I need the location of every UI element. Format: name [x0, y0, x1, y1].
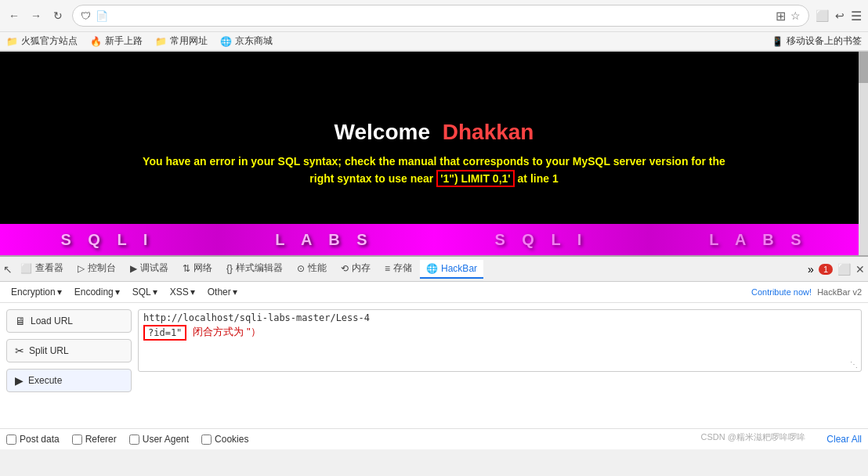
firefox-icon: 📁 — [6, 36, 18, 47]
user-agent-checkbox[interactable] — [129, 435, 139, 445]
mobile-icon: 📱 — [772, 36, 783, 47]
execute-icon: ▶ — [15, 374, 24, 387]
bookmark-mobile-label: 移动设备上的书签 — [787, 34, 862, 48]
performance-icon: ⊙ — [297, 263, 305, 274]
glitter-banner: S Q L I L A B S S Q L I L A B S — [0, 224, 868, 255]
tab-debugger-label: 调试器 — [140, 261, 168, 275]
qr-icon[interactable]: ⊞ — [776, 9, 786, 23]
resize-handle[interactable]: ⋱ — [850, 360, 859, 370]
tab-performance-label: 性能 — [308, 261, 327, 275]
referer-checkbox[interactable] — [72, 435, 82, 445]
contribute-link[interactable]: Contribute now! — [751, 287, 812, 297]
glitter-text-4: L A B S — [709, 231, 807, 249]
star-icon[interactable]: ☆ — [790, 9, 801, 22]
csdn-watermark: CSDN @糯米滋粑啰哞啰哞 — [701, 431, 805, 443]
xss-arrow: ▾ — [190, 287, 195, 298]
bookmark-mobile[interactable]: 📱 移动设备上的书签 — [772, 34, 862, 48]
error-text-mid2: at line 1 — [515, 172, 559, 185]
hackbar-contribute: Contribute now! HackBar v2 — [751, 287, 862, 297]
more-tabs-btn[interactable]: » — [808, 263, 814, 276]
execute-button[interactable]: ▶ Execute — [6, 369, 132, 392]
network-icon: ⇅ — [183, 263, 190, 274]
common-icon: 📁 — [155, 36, 167, 47]
bookmark-firefox-label: 火狐官方站点 — [21, 34, 78, 48]
jd-icon: 🌐 — [220, 36, 232, 47]
bookmark-jd[interactable]: 🌐 京东商城 — [220, 34, 273, 48]
other-arrow: ▾ — [233, 287, 237, 298]
bookmark-common[interactable]: 📁 常用网址 — [155, 34, 208, 48]
bookmarks-bar: 📁 火狐官方站点 🔥 新手上路 📁 常用网址 🌐 京东商城 📱 移动设备上的书签 — [0, 32, 868, 51]
tab-network-label: 网络 — [193, 261, 212, 275]
hackbar-menu-xss[interactable]: XSS ▾ — [165, 285, 200, 299]
hackbar-menu-encoding[interactable]: Encoding ▾ — [70, 285, 125, 299]
tab-style-editor-label: 样式编辑器 — [236, 261, 283, 275]
error-badge: 1 — [819, 264, 833, 275]
hackbar-main: 🖥 Load URL ✂ Split URL ▶ Execute http://… — [0, 303, 868, 428]
sql-label: SQL — [132, 287, 151, 298]
hackbar-buttons: 🖥 Load URL ✂ Split URL ▶ Execute — [6, 309, 132, 422]
tab-style-editor[interactable]: {} 样式编辑器 — [220, 258, 289, 279]
tab-network[interactable]: ⇅ 网络 — [176, 258, 219, 279]
load-url-label: Load URL — [31, 316, 73, 326]
extension-icon[interactable]: ⬜ — [816, 9, 829, 22]
close-devtools-icon[interactable]: ✕ — [855, 263, 865, 276]
bookmark-common-label: 常用网址 — [170, 34, 208, 48]
error-highlight: '1") LIMIT 0,1' — [436, 170, 515, 187]
shield-icon: 🛡 — [81, 10, 91, 22]
url-textarea-wrapper[interactable]: http://localhost/sqli-labs-master/Less-4… — [138, 309, 862, 372]
referer-label: Referer — [85, 434, 117, 445]
cookies-label: Cookies — [215, 434, 248, 445]
undock-icon[interactable]: ⬜ — [837, 263, 851, 276]
devtools-tabs: ↖ ⬜ 查看器 ▷ 控制台 ▶ 调试器 ⇅ 网络 {} 样式编辑器 ⊙ 性能 ⟲… — [0, 257, 868, 282]
address-bar[interactable]: 🛡 📄 localhost/sqli-labs-master/Less-4/?i… — [72, 5, 809, 27]
devtools-icon-cursor: ↖ — [3, 263, 13, 276]
undo-icon[interactable]: ↩ — [835, 9, 844, 22]
hackbar-menu-encryption[interactable]: Encryption ▾ — [6, 285, 67, 299]
tab-hackbar[interactable]: 🌐 HackBar — [420, 260, 483, 279]
tab-inspector-label: 查看器 — [35, 261, 63, 275]
hackbar-menu-other[interactable]: Other ▾ — [203, 285, 242, 299]
newbie-icon: 🔥 — [90, 36, 102, 47]
clear-all-button[interactable]: Clear All — [826, 434, 862, 445]
glitter-text-2: L A B S — [275, 231, 373, 249]
glitter-text-3: S Q L I — [494, 231, 588, 249]
encryption-label: Encryption — [11, 287, 56, 298]
browser-toolbar: ← → ↻ 🛡 📄 localhost/sqli-labs-master/Les… — [0, 0, 868, 32]
welcome-heading: Welcome Dhakkan — [335, 120, 534, 145]
post-data-checkbox[interactable] — [6, 435, 16, 445]
back-button[interactable]: ← — [6, 8, 22, 23]
forward-button[interactable]: → — [28, 8, 44, 23]
split-url-button[interactable]: ✂ Split URL — [6, 339, 132, 362]
hackbar-version: HackBar v2 — [817, 287, 862, 297]
debugger-icon: ▶ — [130, 263, 137, 274]
scrollbar[interactable] — [859, 52, 868, 255]
url-input[interactable]: localhost/sqli-labs-master/Less-4/?id=1" — [113, 10, 771, 22]
tab-console[interactable]: ▷ 控制台 — [71, 258, 122, 279]
style-editor-icon: {} — [226, 263, 233, 274]
post-data-checkbox-item: Post data — [6, 434, 60, 445]
tab-performance[interactable]: ⊙ 性能 — [291, 258, 333, 279]
hackbar-menu-sql[interactable]: SQL ▾ — [128, 285, 162, 299]
tab-memory[interactable]: ⟲ 内存 — [335, 258, 377, 279]
tab-debugger[interactable]: ▶ 调试器 — [124, 258, 175, 279]
url-line2-container: ?id=1" 闭合方式为 "） — [139, 323, 861, 342]
url-line1: http://localhost/sqli-labs-master/Less-4 — [139, 310, 861, 323]
load-url-button[interactable]: 🖥 Load URL — [6, 309, 132, 333]
hackbar-toolbar: Encryption ▾ Encoding ▾ SQL ▾ XSS ▾ Othe… — [0, 282, 868, 303]
post-data-label: Post data — [20, 434, 60, 445]
menu-icon[interactable]: ☰ — [851, 9, 862, 23]
reload-button[interactable]: ↻ — [50, 8, 66, 23]
browser-menu-icons: ⬜ ↩ ☰ — [816, 9, 862, 23]
encoding-label: Encoding — [74, 287, 114, 298]
error-message: You have an error in your SQL syntax; ch… — [127, 153, 741, 188]
bookmark-newbie[interactable]: 🔥 新手上路 — [90, 34, 143, 48]
tab-storage[interactable]: ≡ 存储 — [378, 258, 418, 279]
cookies-checkbox[interactable] — [201, 435, 212, 445]
other-label: Other — [208, 287, 231, 298]
bookmark-firefox[interactable]: 📁 火狐官方站点 — [6, 34, 78, 48]
browser-chrome: ← → ↻ 🛡 📄 localhost/sqli-labs-master/Les… — [0, 0, 868, 52]
tab-inspector[interactable]: ⬜ 查看器 — [14, 258, 70, 279]
page-icon: 📄 — [96, 10, 108, 22]
scroll-thumb — [859, 52, 868, 83]
tab-hackbar-label: HackBar — [441, 263, 477, 274]
